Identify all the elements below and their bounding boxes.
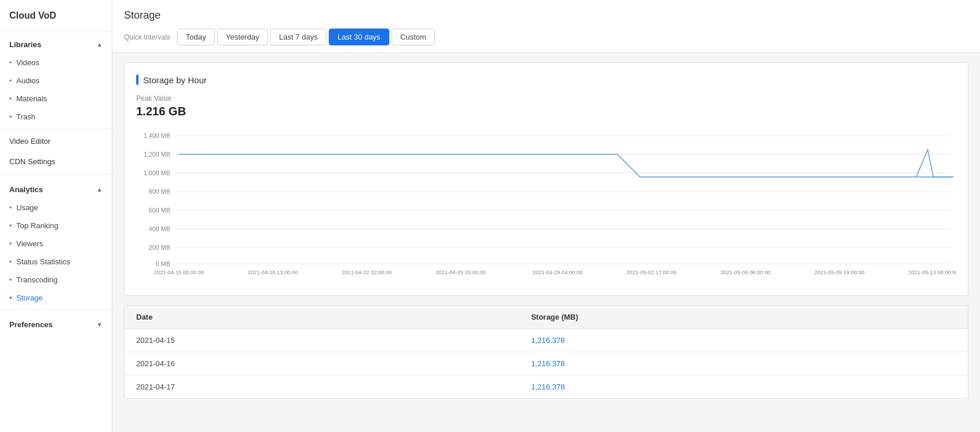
col-storage: Storage (MB): [520, 306, 968, 329]
main-content: Storage Quick Intervals Today Yesterday …: [112, 0, 980, 432]
chart-title-accent: [136, 75, 139, 85]
tabs-bar: Quick Intervals Today Yesterday Last 7 d…: [124, 29, 968, 52]
date-cell: 2021-04-16: [125, 352, 520, 376]
svg-text:2021-04-18 13:00:00: 2021-04-18 13:00:00: [248, 269, 298, 275]
date-cell: 2021-04-17: [125, 376, 520, 399]
sidebar-item-materials[interactable]: Materials: [0, 90, 112, 108]
svg-text:1,200 MB: 1,200 MB: [144, 151, 171, 158]
libraries-chevron-icon: ▲: [97, 41, 102, 48]
storage-table-card: Date Storage (MB) 2021-04-15 1,216.378 2…: [124, 305, 968, 399]
preferences-label: Preferences: [9, 320, 52, 329]
svg-text:2021-04-25 15:00:00: 2021-04-25 15:00:00: [436, 269, 486, 275]
analytics-section-header[interactable]: Analytics ▲: [0, 177, 112, 199]
svg-text:1,400 MB: 1,400 MB: [144, 132, 171, 139]
svg-text:0 MB: 0 MB: [156, 260, 171, 267]
storage-cell: 1,216.378: [520, 376, 968, 399]
tab-last30days[interactable]: Last 30 days: [329, 29, 389, 45]
libraries-section-header[interactable]: Libraries ▲: [0, 32, 112, 54]
svg-text:2021-05-06 06:00:00: 2021-05-06 06:00:00: [720, 269, 770, 275]
chart-card: Storage by Hour Peak Value 1.216 GB: [124, 62, 968, 296]
divider-3: [0, 309, 112, 310]
svg-text:2021-05-13 08:00:00: 2021-05-13 08:00:00: [908, 269, 956, 275]
date-cell: 2021-04-15: [125, 329, 520, 352]
chart-title: Storage by Hour: [143, 75, 207, 85]
storage-cell: 1,216.378: [520, 329, 968, 352]
svg-text:2021-05-09 19:00:00: 2021-05-09 19:00:00: [814, 269, 864, 275]
table-row: 2021-04-16 1,216.378: [125, 352, 968, 376]
sidebar-item-trash[interactable]: Trash: [0, 108, 112, 126]
sidebar-item-status-statistics[interactable]: Status Statistics: [0, 253, 112, 271]
analytics-label: Analytics: [9, 185, 43, 194]
table-body: 2021-04-15 1,216.378 2021-04-16 1,216.37…: [125, 329, 968, 399]
svg-text:2021-04-22 02:00:00: 2021-04-22 02:00:00: [342, 269, 392, 275]
main-header: Storage Quick Intervals Today Yesterday …: [112, 0, 980, 53]
sidebar-item-audios[interactable]: Audios: [0, 72, 112, 90]
sidebar-item-cdn-settings[interactable]: CDN Settings: [0, 151, 112, 172]
storage-chart: 1,400 MB 1,200 MB 1,000 MB 800 MB 600 MB…: [136, 130, 956, 281]
svg-text:2021-04-15 00:00:00: 2021-04-15 00:00:00: [154, 269, 204, 275]
tab-last7days[interactable]: Last 7 days: [270, 29, 326, 45]
svg-text:400 MB: 400 MB: [149, 225, 171, 232]
sidebar-item-storage[interactable]: Storage: [0, 289, 112, 307]
svg-text:2021-04-29 04:00:00: 2021-04-29 04:00:00: [532, 269, 583, 275]
sidebar-item-usage[interactable]: Usage: [0, 199, 112, 217]
sidebar-item-viewers[interactable]: Viewers: [0, 235, 112, 253]
preferences-section-header[interactable]: Preferences ▼: [0, 312, 112, 334]
tab-yesterday[interactable]: Yesterday: [217, 29, 268, 45]
storage-cell: 1,216.378: [520, 352, 968, 376]
analytics-items: Usage Top Ranking Viewers Status Statist…: [0, 199, 112, 307]
peak-label: Peak Value: [136, 94, 956, 102]
divider-2: [0, 174, 112, 175]
page-title: Storage: [124, 9, 968, 22]
quick-intervals-label: Quick Intervals: [124, 33, 170, 48]
svg-text:200 MB: 200 MB: [149, 244, 171, 251]
storage-table: Date Storage (MB) 2021-04-15 1,216.378 2…: [125, 306, 968, 398]
table-row: 2021-04-15 1,216.378: [125, 329, 968, 352]
sidebar-item-video-editor[interactable]: Video Editor: [0, 131, 112, 151]
tab-today[interactable]: Today: [177, 29, 215, 45]
svg-text:800 MB: 800 MB: [149, 188, 171, 195]
sidebar: Cloud VoD Libraries ▲ Videos Audios Mate…: [0, 0, 112, 432]
analytics-chevron-icon: ▲: [97, 186, 102, 193]
svg-text:600 MB: 600 MB: [149, 207, 171, 214]
peak-value: 1.216 GB: [136, 105, 956, 118]
sidebar-item-top-ranking[interactable]: Top Ranking: [0, 217, 112, 235]
svg-text:2021-05-02 17:00:00: 2021-05-02 17:00:00: [626, 269, 676, 275]
divider-1: [0, 128, 112, 129]
sidebar-item-transcoding[interactable]: Transcoding: [0, 271, 112, 289]
col-date: Date: [125, 306, 520, 329]
preferences-chevron-icon: ▼: [97, 321, 102, 328]
table-row: 2021-04-17 1,216.378: [125, 376, 968, 399]
svg-text:1,000 MB: 1,000 MB: [144, 169, 171, 176]
app-logo: Cloud VoD: [0, 0, 112, 32]
tab-custom[interactable]: Custom: [392, 29, 435, 45]
libraries-items: Videos Audios Materials Trash: [0, 54, 112, 126]
table-header-row: Date Storage (MB): [125, 306, 968, 329]
chart-container: 1,400 MB 1,200 MB 1,000 MB 800 MB 600 MB…: [136, 130, 956, 284]
sidebar-item-videos[interactable]: Videos: [0, 54, 112, 72]
chart-title-bar: Storage by Hour: [136, 75, 956, 85]
libraries-label: Libraries: [9, 40, 41, 49]
content-area: Storage by Hour Peak Value 1.216 GB: [112, 53, 980, 408]
